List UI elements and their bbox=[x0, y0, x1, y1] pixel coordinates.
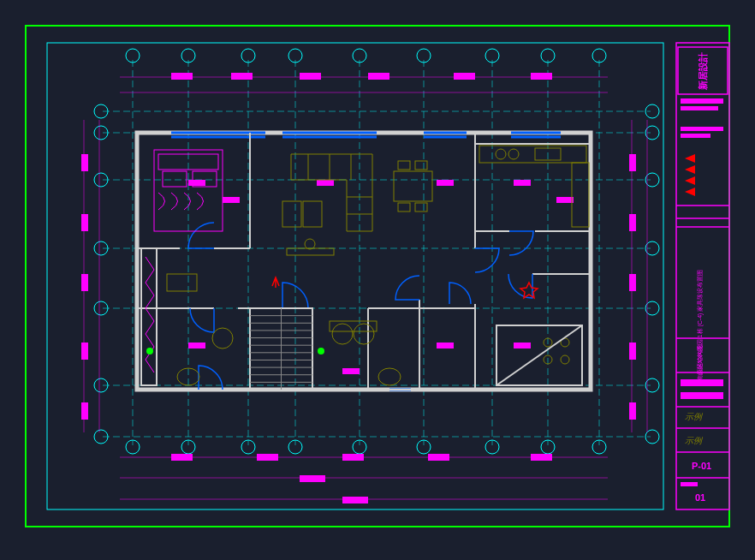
svg-rect-111 bbox=[514, 343, 531, 349]
svg-rect-105 bbox=[437, 180, 454, 186]
svg-rect-95 bbox=[171, 454, 193, 461]
svg-rect-84 bbox=[531, 73, 552, 80]
svg-rect-168 bbox=[398, 203, 410, 211]
floorplan-svg: 新居設計 南山区XXX花园 1栋 (C-4) 家具陈设布置图 原始结构图 示例 … bbox=[0, 0, 755, 560]
svg-point-178 bbox=[378, 368, 401, 385]
svg-rect-166 bbox=[398, 161, 410, 170]
sheet-code: P-01 bbox=[692, 461, 711, 471]
svg-rect-171 bbox=[572, 163, 589, 227]
svg-rect-86 bbox=[81, 214, 88, 231]
svg-rect-88 bbox=[81, 343, 88, 360]
svg-rect-104 bbox=[317, 180, 334, 186]
svg-point-164 bbox=[305, 239, 315, 249]
svg-rect-108 bbox=[188, 343, 205, 349]
bathroom-2 bbox=[330, 321, 401, 385]
svg-rect-5 bbox=[681, 134, 710, 138]
coffee-table bbox=[282, 201, 322, 227]
svg-line-187 bbox=[496, 325, 582, 385]
svg-rect-82 bbox=[368, 73, 389, 80]
svg-rect-3 bbox=[681, 106, 718, 110]
svg-rect-100 bbox=[300, 475, 325, 482]
svg-rect-101 bbox=[342, 497, 368, 503]
svg-rect-99 bbox=[531, 454, 552, 461]
sheet-num: 01 bbox=[695, 492, 705, 503]
dimension-lines bbox=[84, 77, 647, 499]
svg-point-186 bbox=[561, 355, 569, 364]
svg-rect-90 bbox=[629, 154, 636, 171]
svg-rect-2 bbox=[681, 98, 723, 104]
svg-rect-15 bbox=[681, 379, 723, 386]
svg-marker-8 bbox=[685, 176, 695, 185]
dining-table bbox=[394, 161, 432, 211]
svg-rect-167 bbox=[415, 161, 427, 170]
signature-1: 示例 bbox=[685, 412, 704, 421]
entry-marker bbox=[272, 277, 279, 288]
svg-rect-89 bbox=[81, 402, 88, 420]
svg-rect-80 bbox=[231, 73, 253, 80]
svg-rect-79 bbox=[171, 73, 193, 80]
svg-rect-163 bbox=[303, 201, 322, 227]
svg-rect-155 bbox=[163, 171, 187, 187]
svg-point-172 bbox=[496, 149, 506, 159]
svg-rect-4 bbox=[681, 127, 723, 131]
svg-rect-93 bbox=[629, 343, 636, 360]
svg-rect-97 bbox=[342, 454, 364, 461]
svg-rect-181 bbox=[330, 321, 377, 331]
company-name: 新居設計 bbox=[698, 52, 708, 91]
svg-rect-91 bbox=[629, 214, 636, 231]
north-arrows bbox=[685, 154, 695, 196]
svg-marker-9 bbox=[685, 188, 695, 196]
svg-marker-7 bbox=[685, 165, 695, 174]
sheet-border-inner bbox=[47, 43, 663, 509]
svg-point-173 bbox=[508, 149, 519, 159]
grid-lines bbox=[94, 49, 659, 454]
electrical-point-1 bbox=[146, 348, 153, 354]
svg-rect-110 bbox=[437, 343, 454, 349]
svg-rect-109 bbox=[342, 368, 360, 374]
svg-rect-96 bbox=[257, 454, 278, 461]
svg-point-180 bbox=[354, 324, 374, 344]
svg-rect-87 bbox=[81, 274, 88, 291]
svg-rect-85 bbox=[81, 154, 88, 171]
svg-rect-169 bbox=[415, 203, 427, 211]
wardrobe bbox=[141, 248, 157, 385]
staircase bbox=[250, 308, 312, 390]
svg-rect-94 bbox=[629, 402, 636, 420]
bathroom-1 bbox=[177, 328, 233, 385]
svg-rect-83 bbox=[454, 73, 475, 80]
svg-point-177 bbox=[212, 328, 233, 349]
svg-rect-103 bbox=[223, 197, 240, 203]
title-block: 新居設計 南山区XXX花园 1栋 (C-4) 家具陈设布置图 原始结构图 示例 … bbox=[676, 43, 729, 509]
cad-viewport[interactable]: 新居設計 南山区XXX花园 1栋 (C-4) 家具陈设布置图 原始结构图 示例 … bbox=[0, 0, 755, 560]
svg-marker-6 bbox=[685, 154, 695, 163]
svg-rect-162 bbox=[282, 201, 301, 227]
svg-rect-92 bbox=[629, 274, 636, 291]
svg-rect-81 bbox=[300, 73, 321, 80]
svg-point-179 bbox=[332, 324, 353, 344]
svg-rect-21 bbox=[681, 482, 698, 486]
svg-rect-112 bbox=[556, 197, 574, 203]
electrical-point-2 bbox=[318, 348, 324, 354]
kitchen-counter bbox=[479, 146, 589, 227]
sheet-title: 原始结构图 bbox=[697, 345, 704, 375]
svg-rect-16 bbox=[681, 392, 723, 399]
svg-rect-165 bbox=[394, 171, 432, 201]
svg-rect-106 bbox=[514, 180, 531, 186]
desk bbox=[167, 274, 197, 291]
appliance bbox=[496, 325, 582, 385]
signature-2: 示例 bbox=[685, 436, 704, 445]
svg-rect-98 bbox=[428, 454, 449, 461]
sheet-border-outer bbox=[26, 26, 729, 527]
floor-plan bbox=[137, 133, 591, 390]
svg-rect-102 bbox=[188, 180, 205, 186]
